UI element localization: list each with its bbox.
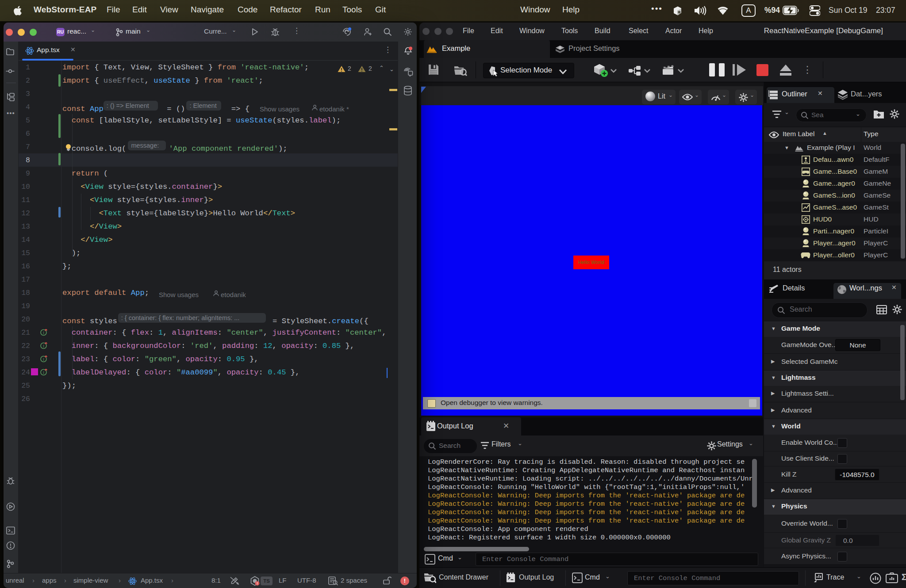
- svg-text:I: I: [43, 370, 44, 375]
- svg-text:I: I: [43, 331, 44, 335]
- svg-text:I: I: [43, 344, 44, 348]
- svg-text:I: I: [43, 357, 44, 362]
- svg-text:!: !: [257, 581, 258, 585]
